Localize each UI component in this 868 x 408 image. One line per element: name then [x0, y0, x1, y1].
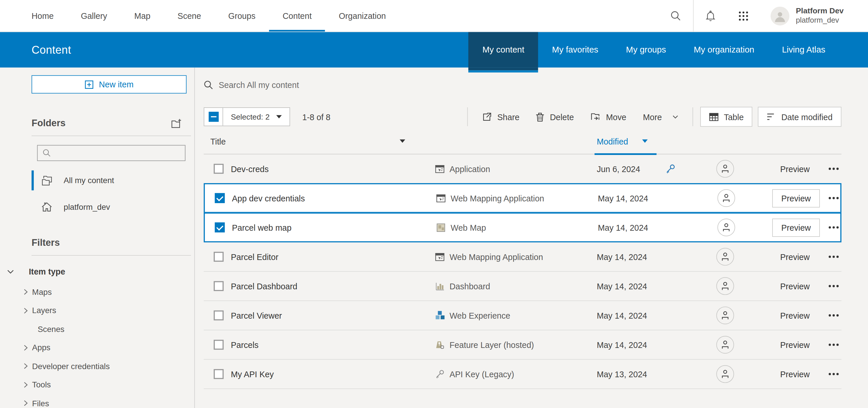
folder-search-input[interactable] [37, 145, 186, 161]
owner-avatar-icon[interactable] [717, 219, 735, 236]
notifications-bell-icon[interactable] [705, 10, 716, 21]
content-banner: Content My content My favorites My group… [0, 32, 868, 68]
row-more-options-button[interactable] [829, 285, 839, 287]
row-checkbox[interactable] [214, 369, 223, 379]
select-all-checkbox-cell[interactable] [205, 108, 223, 126]
table-row: Parcel Dashboard Dashboard May 14, 2024 [204, 272, 842, 301]
row-more-options-button[interactable] [829, 226, 839, 228]
column-header-title[interactable]: Title [211, 137, 226, 146]
filter-item-developer-credentials[interactable]: Developer credentials [0, 357, 194, 376]
preview-button[interactable]: Preview [772, 336, 818, 353]
filter-item-tools[interactable]: Tools [0, 376, 194, 394]
tab-my-groups[interactable]: My groups [612, 32, 680, 68]
nav-item-organization[interactable]: Organization [339, 0, 386, 32]
folder-item-platform-dev[interactable]: platform_dev [32, 195, 186, 219]
preview-button[interactable]: Preview [773, 189, 820, 207]
modified-sort-caret-icon[interactable] [642, 139, 648, 143]
filter-item-label: Apps [32, 343, 51, 352]
folders-stack-icon [41, 175, 53, 186]
owner-avatar-icon[interactable] [716, 365, 734, 383]
preview-button[interactable]: Preview [772, 160, 818, 177]
web-mapping-application-icon [435, 252, 444, 261]
row-checkbox[interactable] [214, 281, 223, 291]
nav-item-groups[interactable]: Groups [228, 0, 255, 32]
filter-item-apps[interactable]: Apps [0, 338, 194, 357]
item-table: Dev-creds Application Jun 6, 2024 [204, 154, 842, 389]
new-folder-icon[interactable] [171, 118, 182, 128]
move-label: Move [606, 112, 626, 121]
share-button[interactable]: Share [482, 112, 519, 121]
tab-living-atlas[interactable]: Living Atlas [768, 32, 839, 68]
date-modified-sort-button[interactable]: Date modified [758, 107, 841, 127]
item-title-link[interactable]: Parcels [229, 340, 432, 349]
item-title-link[interactable]: Parcel Dashboard [229, 281, 432, 291]
search-icon[interactable] [670, 10, 681, 21]
modified-date: May 14, 2024 [594, 223, 655, 232]
content-search-input[interactable]: Search All my content [204, 72, 842, 97]
nav-item-content[interactable]: Content [282, 0, 311, 32]
selection-dropdown[interactable]: Selected: 2 [204, 107, 290, 126]
row-checkbox[interactable] [215, 193, 225, 203]
item-title-link[interactable]: Parcel web map [230, 223, 433, 232]
item-title-link[interactable]: Parcel Editor [229, 252, 432, 261]
delete-button[interactable]: Delete [536, 112, 574, 121]
user-info[interactable]: Platform Dev platform_dev [796, 6, 844, 26]
preview-button[interactable]: Preview [772, 277, 818, 294]
preview-button[interactable]: Preview [773, 218, 820, 237]
owner-avatar-icon[interactable] [716, 336, 734, 353]
app-launcher-grid-icon[interactable] [738, 10, 749, 21]
preview-button[interactable]: Preview [772, 365, 818, 382]
nav-item-gallery[interactable]: Gallery [81, 0, 107, 32]
row-more-options-button[interactable] [829, 197, 839, 199]
filter-item-layers[interactable]: Layers [0, 301, 194, 320]
filter-group-item-type[interactable]: Item type [0, 267, 194, 276]
row-checkbox[interactable] [214, 164, 223, 174]
tab-my-favorites[interactable]: My favorites [538, 32, 612, 68]
preview-button[interactable]: Preview [772, 248, 818, 265]
item-title-link[interactable]: Parcel Viewer [229, 311, 432, 320]
filter-item-label: Tools [32, 380, 51, 389]
column-header-modified[interactable]: Modified [597, 137, 628, 146]
owner-avatar-icon[interactable] [716, 160, 734, 178]
owner-avatar-icon[interactable] [716, 277, 734, 295]
row-checkbox[interactable] [214, 311, 223, 320]
search-icon [204, 80, 213, 89]
select-all-checkbox[interactable] [209, 112, 218, 122]
more-button[interactable]: More [643, 112, 678, 121]
tab-my-organization[interactable]: My organization [680, 32, 768, 68]
title-sort-caret-icon[interactable] [400, 139, 405, 143]
row-checkbox[interactable] [215, 223, 225, 232]
item-title-link[interactable]: Dev-creds [229, 164, 432, 173]
tab-my-content[interactable]: My content [469, 32, 538, 68]
item-title-link[interactable]: App dev credentials [230, 193, 433, 202]
row-more-options-button[interactable] [829, 314, 839, 316]
row-checkbox[interactable] [214, 340, 223, 350]
owner-avatar-icon[interactable] [716, 248, 734, 265]
item-type-label: Web Experience [450, 311, 510, 320]
item-title-link[interactable]: My API Key [229, 369, 432, 379]
nav-item-home[interactable]: Home [32, 0, 54, 32]
row-more-options-button[interactable] [829, 373, 839, 375]
filter-item-maps[interactable]: Maps [0, 283, 194, 301]
new-item-button[interactable]: New item [32, 75, 187, 93]
owner-avatar-icon[interactable] [717, 189, 735, 207]
chevron-right-icon [24, 289, 29, 295]
owner-avatar-icon[interactable] [716, 307, 734, 324]
selected-accent-bar [32, 170, 34, 190]
item-type-label: Dashboard [450, 281, 490, 291]
nav-item-scene[interactable]: Scene [178, 0, 201, 32]
filter-item-files[interactable]: Files [0, 394, 194, 408]
table-row: Parcel Viewer Web Experience May 14, 202… [204, 301, 842, 330]
filter-item-scenes[interactable]: Scenes [0, 320, 194, 338]
table-view-button[interactable]: Table [700, 107, 752, 127]
table-row-selected: App dev credentials Web Mapping Applicat… [204, 183, 842, 213]
row-more-options-button[interactable] [829, 344, 839, 346]
nav-item-map[interactable]: Map [134, 0, 150, 32]
user-avatar[interactable] [771, 6, 789, 25]
row-more-options-button[interactable] [829, 168, 839, 170]
preview-button[interactable]: Preview [772, 307, 818, 324]
move-button[interactable]: Move [590, 112, 626, 121]
folder-item-all-my-content[interactable]: All my content [32, 169, 186, 192]
row-checkbox[interactable] [214, 252, 223, 262]
row-more-options-button[interactable] [829, 256, 839, 258]
